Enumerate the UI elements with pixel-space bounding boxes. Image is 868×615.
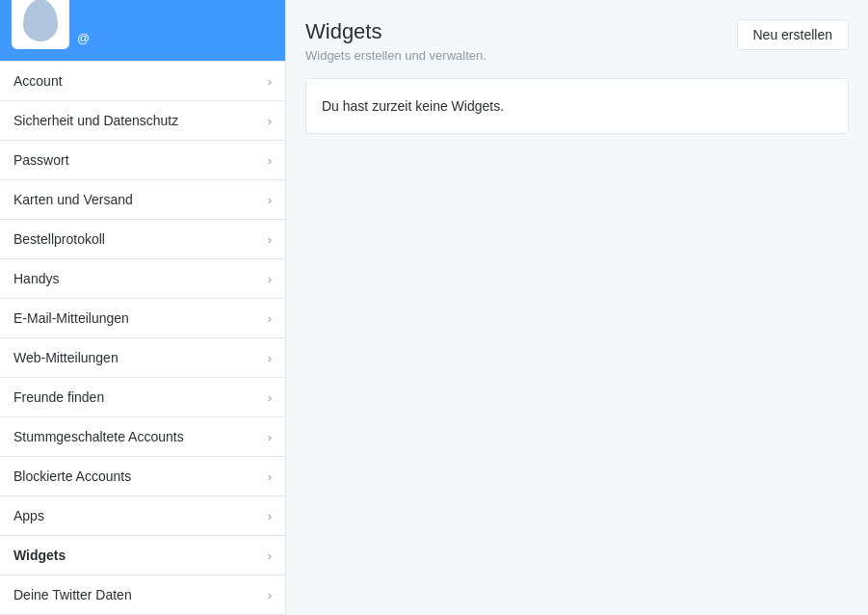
profile-at: @ (77, 31, 90, 49)
avatar (12, 0, 69, 49)
sidebar-item-web[interactable]: Web-Mitteilungen› (0, 338, 285, 378)
sidebar-item-label: Stummgeschaltete Accounts (13, 429, 184, 444)
sidebar-item-label: Widgets (13, 548, 66, 563)
sidebar-item-label: Web-Mitteilungen (13, 350, 118, 365)
chevron-right-icon: › (268, 153, 272, 168)
chevron-right-icon: › (268, 272, 272, 286)
profile-avatar-area: @ (0, 20, 285, 61)
nav-list: Account›Sicherheit und Datenschutz›Passw… (0, 61, 285, 615)
chevron-right-icon: › (268, 430, 272, 444)
sidebar-item-freunde[interactable]: Freunde finden› (0, 378, 285, 417)
sidebar-item-passwort[interactable]: Passwort› (0, 141, 285, 180)
sidebar-item-widgets[interactable]: Widgets› (0, 536, 285, 575)
sidebar-item-label: Deine Twitter Daten (13, 587, 132, 602)
widgets-empty-box: Du hast zurzeit keine Widgets. (305, 78, 849, 134)
chevron-right-icon: › (268, 193, 272, 207)
empty-message: Du hast zurzeit keine Widgets. (322, 98, 504, 114)
widgets-header: Widgets Widgets erstellen und verwalten.… (305, 19, 849, 63)
chevron-right-icon: › (268, 390, 272, 405)
sidebar-item-label: E-Mail-Mitteilungen (13, 310, 129, 326)
sidebar-item-label: Handys (13, 271, 59, 286)
main-content: Widgets Widgets erstellen und verwalten.… (286, 0, 868, 615)
sidebar-item-label: Blockierte Accounts (13, 468, 131, 484)
sidebar: @ Account›Sicherheit und Datenschutz›Pas… (0, 0, 286, 615)
sidebar-item-label: Passwort (13, 152, 69, 168)
sidebar-item-label: Bestellprotokoll (13, 231, 105, 247)
sidebar-item-label: Sicherheit und Datenschutz (13, 113, 178, 128)
sidebar-item-twitter-daten[interactable]: Deine Twitter Daten› (0, 575, 285, 615)
sidebar-item-sicherheit[interactable]: Sicherheit und Datenschutz› (0, 101, 285, 141)
avatar-egg-icon (23, 0, 58, 41)
chevron-right-icon: › (268, 469, 272, 484)
widgets-title-block: Widgets Widgets erstellen und verwalten. (305, 19, 487, 63)
sidebar-item-handys[interactable]: Handys› (0, 259, 285, 299)
sidebar-item-stummgeschaltet[interactable]: Stummgeschaltete Accounts› (0, 417, 285, 457)
chevron-right-icon: › (268, 311, 272, 326)
sidebar-item-apps[interactable]: Apps› (0, 496, 285, 536)
chevron-right-icon: › (268, 74, 272, 89)
sidebar-item-label: Apps (13, 508, 44, 523)
chevron-right-icon: › (268, 114, 272, 128)
page-subtitle: Widgets erstellen und verwalten. (305, 48, 487, 63)
sidebar-item-email[interactable]: E-Mail-Mitteilungen› (0, 299, 285, 338)
neu-erstellen-button[interactable]: Neu erstellen (737, 19, 850, 50)
sidebar-item-karten[interactable]: Karten und Versand› (0, 180, 285, 220)
chevron-right-icon: › (268, 588, 272, 602)
sidebar-item-label: Account (13, 73, 63, 89)
sidebar-item-label: Freunde finden (13, 389, 104, 405)
chevron-right-icon: › (268, 351, 272, 365)
sidebar-item-blockiert[interactable]: Blockierte Accounts› (0, 457, 285, 496)
sidebar-item-label: Karten und Versand (13, 192, 133, 207)
page-title: Widgets (305, 19, 487, 44)
sidebar-item-bestellprotokoll[interactable]: Bestellprotokoll› (0, 220, 285, 259)
chevron-right-icon: › (268, 548, 272, 563)
chevron-right-icon: › (268, 509, 272, 523)
chevron-right-icon: › (268, 232, 272, 247)
sidebar-item-account[interactable]: Account› (0, 62, 285, 101)
